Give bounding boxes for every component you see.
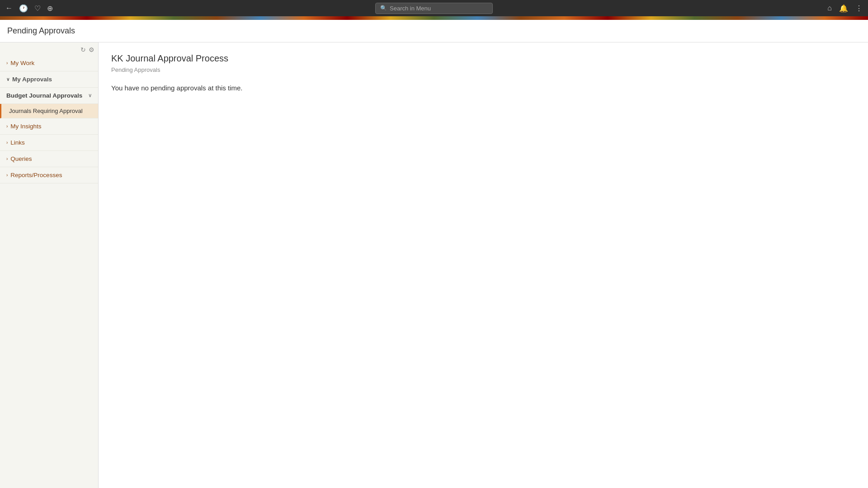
- sidebar-item-label: Links: [10, 139, 25, 146]
- sub-item-label: Journals Requiring Approval: [9, 108, 83, 114]
- sidebar-item-my-work[interactable]: › My Work: [0, 55, 98, 71]
- favorite-icon[interactable]: ♡: [34, 4, 41, 13]
- sidebar-item-label: My Insights: [10, 123, 41, 130]
- chevron-down-icon: ∨: [88, 93, 92, 99]
- settings-icon[interactable]: ⚙: [89, 46, 94, 53]
- chevron-down-icon: ∨: [6, 77, 9, 82]
- no-pending-approvals-message: You have no pending approvals at this ti…: [111, 84, 855, 92]
- page-title: Pending Approvals: [7, 26, 861, 36]
- sidebar-item-reports-processes[interactable]: › Reports/Processes: [0, 167, 98, 183]
- search-bar[interactable]: 🔍 Search in Menu: [375, 3, 493, 14]
- chevron-right-icon: ›: [6, 140, 8, 145]
- group-header-label: Budget Journal Approvals: [6, 92, 82, 99]
- back-icon[interactable]: ←: [5, 4, 13, 12]
- top-navigation: ← 🕐 ♡ ⊕ 🔍 Search in Menu ⌂ 🔔 ⋮: [0, 0, 868, 16]
- more-menu-icon[interactable]: ⋮: [855, 4, 863, 13]
- sidebar-item-queries[interactable]: › Queries: [0, 151, 98, 167]
- main-layout: ↻ ⚙ › My Work ∨ My Approvals Budget Jour…: [0, 42, 868, 488]
- sidebar-item-my-insights[interactable]: › My Insights: [0, 118, 98, 135]
- sidebar-item-label: Queries: [10, 155, 32, 162]
- sidebar-item-links[interactable]: › Links: [0, 135, 98, 151]
- sidebar-item-journals-requiring-approval[interactable]: Journals Requiring Approval: [0, 104, 98, 118]
- page-title-bar: Pending Approvals: [0, 20, 868, 42]
- search-icon: 🔍: [380, 5, 387, 11]
- chevron-right-icon: ›: [6, 156, 8, 161]
- sidebar-group-budget-journal-approvals[interactable]: Budget Journal Approvals ∨: [0, 88, 98, 104]
- top-nav-left: ← 🕐 ♡ ⊕: [5, 4, 53, 13]
- content-area: KK Journal Approval Process Pending Appr…: [99, 42, 868, 488]
- content-breadcrumb: Pending Approvals: [111, 66, 855, 73]
- content-title: KK Journal Approval Process: [111, 53, 855, 64]
- top-nav-right: ⌂ 🔔 ⋮: [827, 4, 863, 13]
- home-icon[interactable]: ⌂: [827, 4, 832, 12]
- search-placeholder: Search in Menu: [390, 5, 431, 12]
- bell-icon[interactable]: 🔔: [839, 4, 848, 13]
- sidebar-item-label: My Work: [10, 60, 34, 66]
- chevron-right-icon: ›: [6, 61, 8, 66]
- sidebar-collapse-handle[interactable]: ||: [98, 257, 99, 275]
- history-icon[interactable]: 🕐: [19, 4, 28, 13]
- sidebar-item-label: My Approvals: [12, 76, 52, 83]
- sidebar: ↻ ⚙ › My Work ∨ My Approvals Budget Jour…: [0, 42, 99, 488]
- chevron-right-icon: ›: [6, 124, 8, 129]
- sidebar-toolbar: ↻ ⚙: [0, 42, 98, 55]
- refresh-icon[interactable]: ↻: [80, 46, 86, 53]
- sidebar-item-my-approvals[interactable]: ∨ My Approvals: [0, 71, 98, 88]
- banner-strip: [0, 16, 868, 20]
- add-icon[interactable]: ⊕: [47, 4, 53, 13]
- chevron-right-icon: ›: [6, 173, 8, 178]
- sidebar-item-label: Reports/Processes: [10, 172, 62, 178]
